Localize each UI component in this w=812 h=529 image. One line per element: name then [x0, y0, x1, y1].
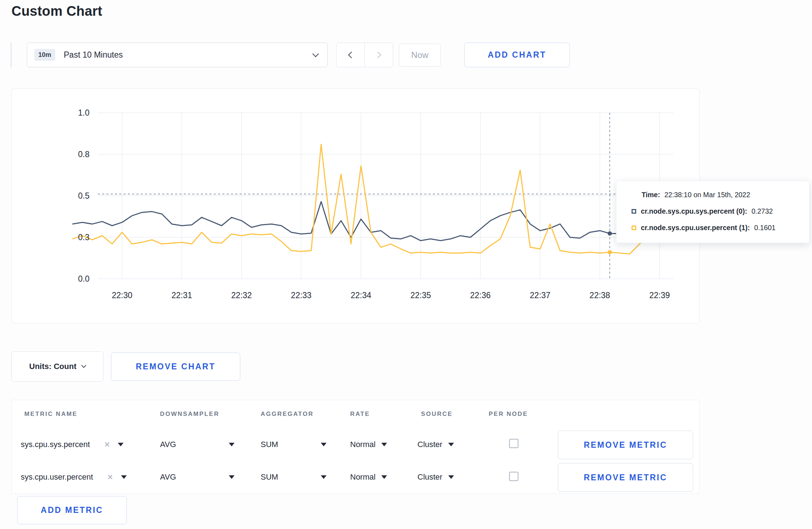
aggregator-select[interactable]: SUM	[261, 471, 327, 484]
tooltip-time-label: Time:	[642, 191, 660, 199]
svg-text:22:39: 22:39	[649, 291, 670, 300]
svg-text:22:30: 22:30	[112, 291, 132, 300]
svg-text:0.8: 0.8	[78, 150, 90, 159]
metric-name-select[interactable]: sys.cpu.user.percent ×	[21, 471, 127, 484]
downsampler-value: AVG	[160, 440, 176, 449]
metric-name-value: sys.cpu.user.percent	[21, 472, 93, 482]
tooltip-series-label: cr.node.sys.cpu.sys.percent (0):	[641, 207, 747, 215]
caret-down-icon	[381, 475, 387, 479]
rate-select[interactable]: Normal	[350, 471, 387, 484]
svg-text:22:38: 22:38	[590, 291, 610, 300]
downsampler-value: AVG	[160, 472, 176, 482]
col-header-metric-name: METRIC NAME	[24, 411, 78, 418]
col-header-downsampler: DOWNSAMPLER	[160, 411, 219, 418]
add-chart-button[interactable]: ADD CHART	[464, 43, 570, 67]
clear-icon[interactable]: ×	[104, 440, 110, 450]
remove-metric-button[interactable]: REMOVE METRIC	[558, 431, 693, 459]
col-header-aggregator: AGGREGATOR	[261, 411, 314, 418]
col-header-rate: RATE	[350, 411, 370, 418]
tooltip-series-row: cr.node.sys.cpu.sys.percent (0): 0.2732	[632, 207, 798, 215]
tooltip-series-value: 0.2732	[751, 207, 773, 215]
svg-text:22:31: 22:31	[171, 291, 192, 300]
metrics-line-chart[interactable]: 0.00.30.50.81.022:3022:3122:3222:3322:34…	[12, 89, 700, 324]
source-select[interactable]: Cluster	[417, 438, 454, 451]
aggregator-value: SUM	[261, 440, 278, 449]
time-window-badge: 10m	[34, 49, 55, 61]
svg-text:1.0: 1.0	[78, 108, 90, 117]
toolbar-divider	[11, 43, 11, 67]
svg-text:22:36: 22:36	[470, 291, 491, 300]
remove-chart-button[interactable]: REMOVE CHART	[111, 353, 240, 381]
tooltip-time-value: 22:38:10 on Mar 15th, 2022	[664, 191, 750, 199]
units-label: Units: Count	[29, 362, 77, 371]
col-header-per-node: PER NODE	[489, 411, 528, 418]
caret-down-icon	[448, 443, 454, 446]
caret-down-icon	[229, 443, 235, 446]
legend-swatch-user	[632, 225, 636, 230]
per-node-checkbox[interactable]	[509, 472, 518, 481]
svg-text:22:35: 22:35	[410, 291, 431, 300]
chevron-down-icon	[81, 363, 86, 368]
metric-name-select[interactable]: sys.cpu.sys.percent ×	[21, 438, 124, 451]
rate-value: Normal	[350, 440, 376, 449]
downsampler-select[interactable]: AVG	[160, 471, 235, 484]
units-select[interactable]: Units: Count	[11, 351, 103, 382]
time-prev-button[interactable]	[336, 43, 365, 67]
svg-text:0.3: 0.3	[78, 233, 90, 242]
chevron-down-icon	[312, 50, 319, 57]
source-select[interactable]: Cluster	[417, 471, 454, 484]
tooltip-series-row: cr.node.sys.cpu.user.percent (1): 0.1601	[632, 224, 798, 232]
caret-down-icon	[381, 443, 387, 446]
caret-down-icon	[321, 475, 327, 479]
svg-text:0.5: 0.5	[78, 191, 90, 200]
tooltip-series-value: 0.1601	[754, 224, 776, 232]
legend-swatch-sys	[632, 209, 636, 214]
caret-down-icon	[118, 443, 124, 446]
tooltip-series-label: cr.node.sys.cpu.user.percent (1):	[641, 224, 750, 232]
chart-card: 0.00.30.50.81.022:3022:3122:3222:3322:34…	[11, 88, 700, 324]
svg-text:22:33: 22:33	[291, 291, 312, 300]
metric-name-value: sys.cpu.sys.percent	[21, 440, 90, 449]
time-nav-group	[336, 43, 393, 67]
tooltip-time-row: Time: 22:38:10 on Mar 15th, 2022	[632, 191, 798, 199]
chevron-right-icon	[374, 52, 381, 58]
clear-icon[interactable]: ×	[107, 472, 113, 482]
time-window-select[interactable]: 10m Past 10 Minutes	[27, 43, 328, 67]
rate-select[interactable]: Normal	[350, 438, 387, 451]
aggregator-select[interactable]: SUM	[261, 438, 327, 451]
source-value: Cluster	[417, 472, 443, 482]
caret-down-icon	[321, 443, 327, 446]
svg-text:22:37: 22:37	[530, 291, 551, 300]
rate-value: Normal	[350, 472, 376, 482]
time-next-button[interactable]	[364, 43, 393, 67]
svg-text:22:32: 22:32	[231, 291, 252, 300]
add-metric-button[interactable]: ADD METRIC	[17, 496, 127, 524]
chevron-left-icon	[348, 52, 354, 58]
caret-down-icon	[121, 475, 127, 479]
per-node-checkbox[interactable]	[509, 439, 518, 448]
svg-text:22:34: 22:34	[351, 291, 371, 300]
page-title: Custom Chart	[11, 4, 102, 19]
time-window-label: Past 10 Minutes	[64, 50, 123, 60]
aggregator-value: SUM	[261, 472, 278, 482]
now-button[interactable]: Now	[399, 44, 441, 67]
downsampler-select[interactable]: AVG	[160, 438, 235, 451]
chart-tooltip: Time: 22:38:10 on Mar 15th, 2022 cr.node…	[616, 181, 809, 243]
col-header-source: SOURCE	[421, 411, 453, 418]
source-value: Cluster	[417, 440, 443, 449]
remove-metric-button[interactable]: REMOVE METRIC	[558, 463, 693, 492]
caret-down-icon	[448, 475, 454, 479]
custom-chart-page: Custom Chart 10m Past 10 Minutes Now ADD…	[0, 0, 812, 529]
svg-text:0.0: 0.0	[78, 274, 90, 283]
caret-down-icon	[229, 475, 235, 479]
